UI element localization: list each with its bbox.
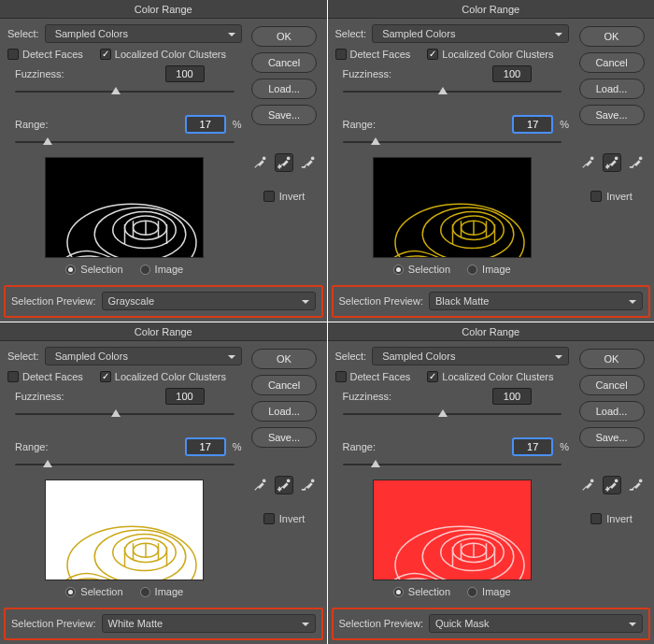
eyedropper-subtract-icon[interactable]: − xyxy=(627,153,646,172)
range-input[interactable] xyxy=(513,116,552,133)
eyedropper-icon[interactable] xyxy=(578,476,597,494)
range-slider[interactable] xyxy=(15,135,235,150)
cancel-button[interactable]: Cancel xyxy=(251,375,317,395)
fuzziness-label: Fuzziness: xyxy=(335,68,401,79)
range-slider[interactable] xyxy=(15,457,235,472)
localized-clusters-checkbox[interactable]: Localized Color Clusters xyxy=(100,371,226,382)
checkbox-icon xyxy=(335,371,347,382)
preview-image xyxy=(385,505,532,580)
selection-preview-dropdown[interactable]: Black Matte xyxy=(429,292,643,310)
radio-icon xyxy=(467,587,477,597)
invert-checkbox[interactable]: Invert xyxy=(263,513,306,524)
eyedropper-add-icon[interactable]: + xyxy=(603,153,621,172)
checkbox-icon xyxy=(590,191,602,202)
fuzziness-input[interactable] xyxy=(165,388,205,405)
selection-preview-dropdown[interactable]: White Matte xyxy=(102,614,316,633)
range-input[interactable] xyxy=(513,438,552,455)
eyedropper-icon[interactable] xyxy=(250,476,269,494)
select-value: Sampled Colors xyxy=(55,25,128,42)
fuzziness-slider[interactable] xyxy=(343,407,562,422)
svg-text:+: + xyxy=(277,164,281,170)
selection-preview-label: Selection Preview: xyxy=(11,618,96,629)
eyedropper-tools: + − xyxy=(578,476,646,494)
radio-selection[interactable]: Selection xyxy=(393,586,450,597)
load-button[interactable]: Load... xyxy=(251,79,317,99)
cancel-button[interactable]: Cancel xyxy=(579,375,645,395)
selection-preview-label: Selection Preview: xyxy=(11,295,96,307)
save-button[interactable]: Save... xyxy=(251,105,317,125)
select-dropdown[interactable]: Sampled Colors xyxy=(372,24,569,43)
load-button[interactable]: Load... xyxy=(579,401,645,422)
eyedropper-add-icon[interactable]: + xyxy=(275,476,293,494)
detect-faces-checkbox[interactable]: Detect Faces xyxy=(7,49,83,60)
ok-button[interactable]: OK xyxy=(579,349,645,369)
fuzziness-input[interactable] xyxy=(165,65,205,82)
select-dropdown[interactable]: Sampled Colors xyxy=(45,24,242,43)
eyedropper-icon[interactable] xyxy=(250,153,269,172)
save-button[interactable]: Save... xyxy=(579,427,645,448)
fuzziness-input[interactable] xyxy=(492,388,532,405)
selection-preview-row: Selection Preview: White Matte xyxy=(4,608,323,640)
eyedropper-icon[interactable] xyxy=(578,153,597,172)
range-slider[interactable] xyxy=(343,457,562,472)
detect-faces-checkbox[interactable]: Detect Faces xyxy=(7,371,83,382)
fuzziness-slider[interactable] xyxy=(343,84,562,99)
save-button[interactable]: Save... xyxy=(251,427,317,448)
invert-checkbox[interactable]: Invert xyxy=(263,191,306,202)
eyedropper-tools: + − xyxy=(578,153,646,172)
svg-point-27 xyxy=(590,157,593,160)
range-input[interactable] xyxy=(186,438,225,455)
radio-image[interactable]: Image xyxy=(140,586,184,597)
range-input[interactable] xyxy=(186,116,225,133)
localized-clusters-checkbox[interactable]: Localized Color Clusters xyxy=(427,371,553,382)
radio-selection[interactable]: Selection xyxy=(393,264,450,275)
selection-preview-dropdown[interactable]: Grayscale xyxy=(102,292,316,310)
load-button[interactable]: Load... xyxy=(579,79,645,99)
range-percent: % xyxy=(560,441,569,452)
radio-image[interactable]: Image xyxy=(467,264,511,275)
fuzziness-slider[interactable] xyxy=(15,84,235,99)
cancel-button[interactable]: Cancel xyxy=(579,52,645,73)
detect-faces-checkbox[interactable]: Detect Faces xyxy=(335,371,411,382)
select-label: Select: xyxy=(335,28,367,39)
select-dropdown[interactable]: Sampled Colors xyxy=(372,347,569,365)
radio-icon xyxy=(467,265,477,275)
svg-point-59 xyxy=(590,479,593,482)
localized-clusters-checkbox[interactable]: Localized Color Clusters xyxy=(427,49,553,60)
fuzziness-input[interactable] xyxy=(492,65,532,82)
range-slider[interactable] xyxy=(343,135,562,150)
eyedropper-add-icon[interactable]: + xyxy=(603,476,621,494)
ok-button[interactable]: OK xyxy=(251,349,317,369)
load-button[interactable]: Load... xyxy=(251,401,317,422)
radio-selection-label: Selection xyxy=(80,264,122,275)
checkbox-icon xyxy=(335,49,347,60)
eyedropper-add-icon[interactable]: + xyxy=(275,153,293,172)
radio-image[interactable]: Image xyxy=(140,264,184,275)
eyedropper-subtract-icon[interactable]: − xyxy=(627,476,646,494)
svg-point-62 xyxy=(639,479,642,482)
slider-thumb-icon xyxy=(43,460,52,467)
select-dropdown[interactable]: Sampled Colors xyxy=(45,347,242,365)
dialog-title: Color Range xyxy=(0,0,327,19)
eyedropper-subtract-icon[interactable]: − xyxy=(299,476,318,494)
cancel-button[interactable]: Cancel xyxy=(251,52,317,73)
fuzziness-slider[interactable] xyxy=(15,407,235,422)
save-button[interactable]: Save... xyxy=(579,105,645,125)
radio-icon xyxy=(393,265,404,275)
ok-button[interactable]: OK xyxy=(251,26,317,47)
selection-preview-dropdown[interactable]: Quick Mask xyxy=(429,614,643,633)
invert-checkbox[interactable]: Invert xyxy=(590,513,633,524)
eyedropper-subtract-icon[interactable]: − xyxy=(299,153,318,172)
detect-faces-checkbox[interactable]: Detect Faces xyxy=(335,49,411,60)
radio-image[interactable]: Image xyxy=(467,586,511,597)
svg-text:+: + xyxy=(277,486,281,493)
radio-selection[interactable]: Selection xyxy=(65,586,122,597)
radio-selection[interactable]: Selection xyxy=(65,264,122,275)
invert-checkbox[interactable]: Invert xyxy=(590,191,633,202)
checkbox-icon xyxy=(100,371,111,382)
slider-thumb-icon xyxy=(111,409,121,417)
localized-clusters-checkbox[interactable]: Localized Color Clusters xyxy=(100,49,226,60)
preview-panel xyxy=(373,157,532,258)
checkbox-icon xyxy=(100,49,111,60)
ok-button[interactable]: OK xyxy=(579,26,645,47)
